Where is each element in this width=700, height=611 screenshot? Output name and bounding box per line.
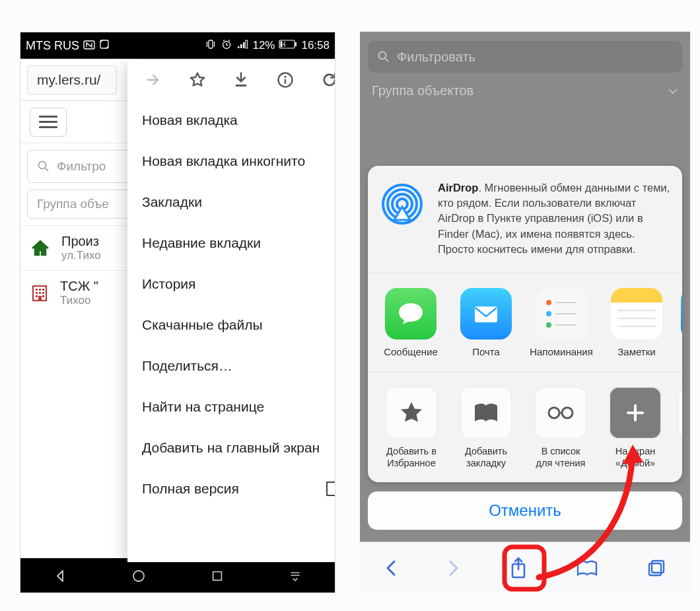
ios-group-label: Группа объектов	[372, 83, 473, 98]
svg-point-11	[39, 162, 46, 169]
share-app-mail[interactable]: Почта	[455, 288, 517, 357]
app-label: Заметки	[617, 346, 655, 357]
action-add-homescreen[interactable]: На экран«Домой»	[604, 387, 667, 469]
airdrop-icon	[378, 180, 426, 228]
forward-icon[interactable]	[144, 71, 162, 89]
mail-icon	[460, 288, 512, 340]
home-icon	[30, 238, 51, 259]
reload-icon[interactable]	[320, 71, 335, 89]
share-actions-row: Добавить вИзбранное Добавитьзакладку В с…	[368, 373, 682, 482]
share-apps-row: Сообщение Почта Напоминания	[368, 273, 682, 373]
menu-desktop-site[interactable]: Полная версия	[127, 468, 335, 509]
messages-icon	[385, 288, 437, 340]
group-placeholder: Группа объе	[37, 197, 109, 211]
menu-bookmarks[interactable]: Закладки	[127, 182, 335, 223]
ios-filter-input[interactable]: Фильтровать	[368, 41, 682, 73]
menu-recent-tabs[interactable]: Недавние вкладки	[127, 223, 335, 264]
menu-add-homescreen[interactable]: Добавить на главный экран	[127, 427, 335, 468]
battery-pct: 12%	[252, 39, 275, 52]
clock: 16:58	[301, 39, 330, 52]
url-text: my.lers.ru/	[37, 72, 100, 88]
action-add-bookmark[interactable]: Добавитьзакладку	[454, 387, 518, 469]
glasses-icon	[535, 387, 586, 439]
svg-rect-14	[39, 289, 41, 291]
android-screenshot: MTS RUS 12% 16:58	[20, 32, 335, 593]
action-add-favorites[interactable]: Добавить вИзбранное	[380, 387, 443, 469]
ios-filter-placeholder: Фильтровать	[397, 50, 475, 65]
action-label: На экран«Домой»	[615, 445, 655, 469]
svg-rect-19	[36, 295, 38, 297]
back-icon[interactable]	[52, 568, 68, 584]
menu-toolbar	[127, 60, 335, 100]
svg-rect-47	[652, 561, 664, 573]
menu-items: Новая вкладка Новая вкладка инкогнито За…	[127, 100, 335, 562]
reminders-icon	[536, 288, 587, 340]
share-app-more[interactable]	[681, 288, 682, 340]
tabs-icon[interactable]	[646, 557, 667, 579]
cancel-button[interactable]: Отменить	[368, 491, 682, 530]
chrome-menu: Новая вкладка Новая вкладка инкогнито За…	[127, 60, 335, 562]
list-item-title: Произ	[61, 234, 101, 249]
dropdown-nav-icon[interactable]	[287, 568, 303, 584]
safari-bottom-toolbar	[360, 542, 690, 593]
plus-icon	[610, 387, 661, 439]
carrier-label: MTS RUS	[26, 39, 79, 53]
download-icon[interactable]	[232, 71, 250, 89]
menu-incognito[interactable]: Новая вкладка инкогнито	[127, 141, 335, 182]
alarm-icon	[221, 38, 232, 54]
star-filled-icon	[386, 387, 437, 439]
svg-rect-6	[243, 42, 245, 48]
info-icon[interactable]	[276, 71, 295, 89]
android-status-bar: MTS RUS 12% 16:58	[20, 32, 335, 59]
svg-rect-10	[281, 42, 283, 48]
back-icon[interactable]	[383, 557, 399, 579]
menu-share[interactable]: Поделиться…	[127, 345, 335, 386]
share-app-messages[interactable]: Сообщение	[380, 288, 442, 357]
menu-downloads[interactable]: Скачанные файлы	[127, 305, 335, 345]
svg-rect-33	[475, 306, 497, 322]
svg-point-24	[284, 76, 286, 78]
action-partial[interactable]: Ск	[678, 387, 682, 457]
bookmarks-icon[interactable]	[575, 557, 599, 579]
signal-icon	[236, 38, 248, 54]
search-icon	[377, 50, 390, 63]
svg-rect-7	[246, 40, 248, 48]
menu-history[interactable]: История	[127, 264, 335, 305]
airdrop-text: AirDrop. Мгновенный обмен данными с теми…	[438, 180, 672, 256]
svg-rect-4	[238, 46, 240, 48]
share-icon[interactable]	[508, 556, 528, 580]
star-icon[interactable]	[188, 71, 207, 89]
android-nav-bar	[20, 558, 335, 593]
ios-dimmed-background: Фильтровать Группа объектов AirDrop	[360, 32, 690, 542]
nfc-icon	[83, 39, 95, 53]
share-app-notes[interactable]: Заметки	[606, 288, 668, 357]
more-icon	[681, 288, 682, 340]
share-app-reminders[interactable]: Напоминания	[530, 288, 592, 357]
menu-new-tab[interactable]: Новая вкладка	[127, 100, 335, 141]
home-nav-icon[interactable]	[131, 568, 147, 584]
action-reading-list[interactable]: В списокдля чтения	[529, 387, 592, 469]
url-field[interactable]: my.lers.ru/	[27, 65, 117, 94]
checkbox-icon[interactable]	[326, 482, 335, 496]
airdrop-section[interactable]: AirDrop. Мгновенный обмен данными с теми…	[368, 166, 682, 273]
svg-point-34	[546, 300, 551, 305]
action-label: Добавитьзакладку	[465, 445, 507, 469]
svg-point-35	[546, 311, 551, 316]
menu-find[interactable]: Найти на странице	[127, 386, 335, 427]
svg-rect-2	[209, 40, 213, 48]
svg-rect-13	[36, 289, 38, 291]
svg-rect-5	[240, 44, 242, 48]
hamburger-button[interactable]	[30, 108, 67, 137]
recents-icon[interactable]	[210, 569, 225, 583]
svg-rect-16	[36, 292, 38, 294]
svg-point-44	[549, 408, 559, 418]
ios-group-select[interactable]: Группа объектов	[368, 83, 682, 98]
battery-icon	[279, 39, 297, 52]
notes-icon	[611, 288, 662, 340]
action-label: Добавить вИзбранное	[386, 445, 437, 469]
svg-point-28	[379, 52, 386, 59]
svg-rect-17	[39, 292, 41, 294]
forward-icon[interactable]	[446, 557, 462, 579]
svg-point-45	[562, 408, 573, 418]
svg-rect-40	[611, 288, 662, 303]
